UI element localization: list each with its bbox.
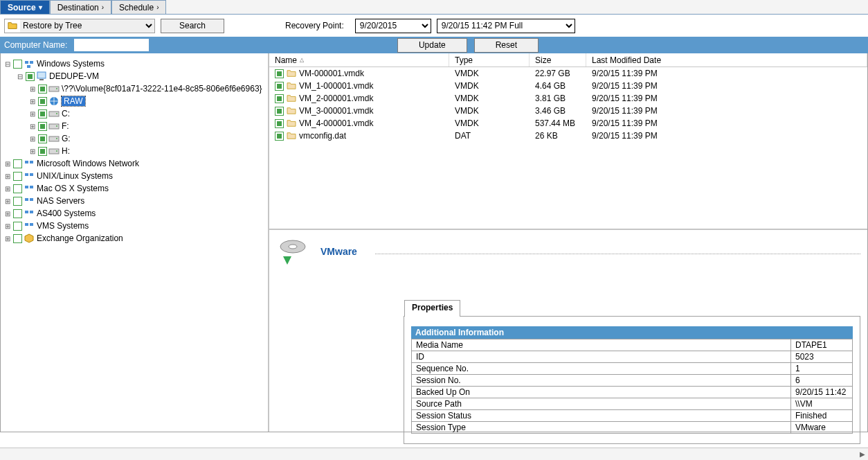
- tree[interactable]: ⊟ Windows Systems ⊟ DEDUPE-VM ⊞ \??\Volu…: [1, 53, 269, 432]
- checkbox[interactable]: [13, 184, 22, 193]
- tree-drive-f[interactable]: ⊞ F:: [3, 120, 266, 132]
- expand-icon[interactable]: ⊞: [3, 160, 12, 168]
- expand-icon[interactable]: ⊞: [3, 197, 12, 205]
- recovery-time-select[interactable]: 9/20/15 11:42 PM Full: [437, 19, 575, 33]
- tree-drive-h[interactable]: ⊞ H:: [3, 145, 266, 157]
- file-name: VM_1-000001.vmdk: [299, 81, 373, 91]
- tree-windows-systems[interactable]: ⊟ Windows Systems: [3, 57, 266, 70]
- expand-icon[interactable]: ⊞: [3, 210, 12, 218]
- checkbox[interactable]: [38, 97, 47, 106]
- checkbox[interactable]: [275, 69, 284, 78]
- tree-ms-network[interactable]: ⊞ Microsoft Windows Network: [3, 157, 266, 170]
- scroll-right-icon[interactable]: ▶: [860, 450, 865, 458]
- col-type[interactable]: Type: [449, 53, 530, 67]
- file-type: VMDK: [449, 69, 530, 78]
- computer-name-label: Computer Name:: [4, 40, 67, 50]
- checkbox[interactable]: [13, 209, 22, 218]
- col-name[interactable]: Name△: [269, 53, 449, 67]
- table-row[interactable]: vmconfig.datDAT26 KB9/20/15 11:39 PM: [269, 130, 867, 142]
- computer-icon: [36, 71, 47, 82]
- checkbox[interactable]: [13, 222, 22, 231]
- recovery-date-select[interactable]: 9/20/2015: [355, 19, 431, 33]
- file-name: VM_4-000001.vmdk: [299, 118, 373, 128]
- tree-drive-c[interactable]: ⊞ C:: [3, 107, 266, 120]
- prop-key: Sequence No.: [412, 363, 791, 375]
- tree-nas[interactable]: ⊞ NAS Servers: [3, 195, 266, 207]
- checkbox[interactable]: [38, 109, 47, 118]
- checkbox[interactable]: [13, 197, 22, 206]
- tree-dedupe-vm[interactable]: ⊟ DEDUPE-VM: [3, 70, 266, 82]
- file-type: VMDK: [449, 106, 530, 116]
- computer-name-input[interactable]: [74, 39, 149, 51]
- search-button[interactable]: Search: [161, 19, 224, 33]
- expand-icon[interactable]: ⊞: [28, 135, 37, 143]
- tree-volume[interactable]: ⊞ \??\Volume{8cf01a71-3222-11e4-8c85-806…: [3, 82, 266, 95]
- reset-button[interactable]: Reset: [474, 38, 539, 53]
- prop-value: 6: [791, 375, 853, 387]
- tab-schedule[interactable]: Schedule›: [111, 0, 166, 14]
- table-row[interactable]: VM_3-000001.vmdkVMDK3.46 GB9/20/15 11:39…: [269, 105, 867, 117]
- checkbox[interactable]: [13, 172, 22, 181]
- update-button[interactable]: Update: [397, 38, 467, 53]
- drive-icon: [48, 133, 60, 144]
- properties-panel: Properties Additional Information Media …: [404, 316, 860, 444]
- file-list: Name△ Type Size Last Modified Date VM-00…: [269, 53, 867, 230]
- checkbox[interactable]: [38, 147, 47, 156]
- expand-icon[interactable]: ⊞: [3, 172, 12, 180]
- tree-drive-g[interactable]: ⊞ G:: [3, 132, 266, 145]
- tab-destination[interactable]: Destination›: [50, 0, 111, 14]
- checkbox[interactable]: [275, 82, 284, 91]
- folder-icon: [287, 82, 296, 90]
- expand-icon[interactable]: ⊞: [3, 222, 12, 230]
- expand-icon[interactable]: ⊞: [28, 98, 37, 105]
- checkbox[interactable]: [26, 72, 35, 81]
- file-name: vmconfig.dat: [299, 131, 346, 141]
- top-tabs: Source▾ Destination› Schedule›: [0, 0, 868, 15]
- expand-icon[interactable]: ⊞: [3, 185, 12, 193]
- tree-as400[interactable]: ⊞ AS400 Systems: [3, 207, 266, 220]
- tree-vms[interactable]: ⊞ VMS Systems: [3, 220, 266, 232]
- file-type: DAT: [449, 131, 530, 141]
- checkbox[interactable]: [13, 159, 22, 168]
- collapse-icon[interactable]: ⊟: [3, 60, 12, 68]
- expand-icon[interactable]: ⊞: [28, 148, 37, 155]
- tree-exchange[interactable]: ⊞ Exchange Organization: [3, 232, 266, 245]
- expand-icon[interactable]: ⊞: [28, 123, 37, 130]
- main-split: ⊟ Windows Systems ⊟ DEDUPE-VM ⊞ \??\Volu…: [0, 53, 868, 432]
- checkbox[interactable]: [275, 132, 284, 141]
- col-modified[interactable]: Last Modified Date: [586, 53, 867, 67]
- table-row[interactable]: VM_4-000001.vmdkVMDK537.44 MB9/20/15 11:…: [269, 117, 867, 130]
- checkbox[interactable]: [38, 134, 47, 143]
- checkbox[interactable]: [38, 85, 47, 94]
- vmware-disk-icon: [276, 237, 309, 266]
- checkbox[interactable]: [13, 60, 22, 69]
- tab-properties[interactable]: Properties: [404, 300, 460, 317]
- collapse-icon[interactable]: ⊟: [16, 73, 24, 80]
- table-row[interactable]: VM-000001.vmdkVMDK22.97 GB9/20/15 11:39 …: [269, 67, 867, 80]
- svg-point-9: [56, 113, 57, 114]
- expand-icon[interactable]: ⊞: [28, 85, 37, 93]
- expand-icon[interactable]: ⊞: [28, 110, 37, 118]
- tab-source[interactable]: Source▾: [0, 0, 50, 14]
- right-pane: Name△ Type Size Last Modified Date VM-00…: [269, 53, 867, 432]
- file-size: 4.64 GB: [530, 81, 586, 91]
- tree-raw[interactable]: ⊞ RAW: [3, 95, 266, 107]
- checkbox[interactable]: [275, 94, 284, 103]
- drive-icon: [48, 145, 60, 157]
- col-size[interactable]: Size: [530, 53, 586, 67]
- folder-icon: [287, 69, 296, 78]
- expand-icon[interactable]: ⊞: [3, 235, 12, 242]
- checkbox[interactable]: [275, 119, 284, 128]
- tree-unix[interactable]: ⊞ UNIX/Linux Systems: [3, 170, 266, 182]
- checkbox[interactable]: [38, 122, 47, 131]
- restore-mode-select[interactable]: Restore by Tree: [4, 19, 155, 33]
- section-additional-info: Additional Information: [411, 326, 853, 339]
- table-row[interactable]: VM_2-000001.vmdkVMDK3.81 GB9/20/15 11:39…: [269, 92, 867, 105]
- svg-rect-10: [49, 124, 59, 129]
- tree-mac[interactable]: ⊞ Mac OS X Systems: [3, 182, 266, 195]
- table-row[interactable]: VM_1-000001.vmdkVMDK4.64 GB9/20/15 11:39…: [269, 80, 867, 92]
- checkbox[interactable]: [13, 234, 22, 243]
- checkbox[interactable]: [275, 107, 284, 116]
- folder-icon: [287, 94, 296, 103]
- tree-raw-label: RAW: [62, 96, 85, 106]
